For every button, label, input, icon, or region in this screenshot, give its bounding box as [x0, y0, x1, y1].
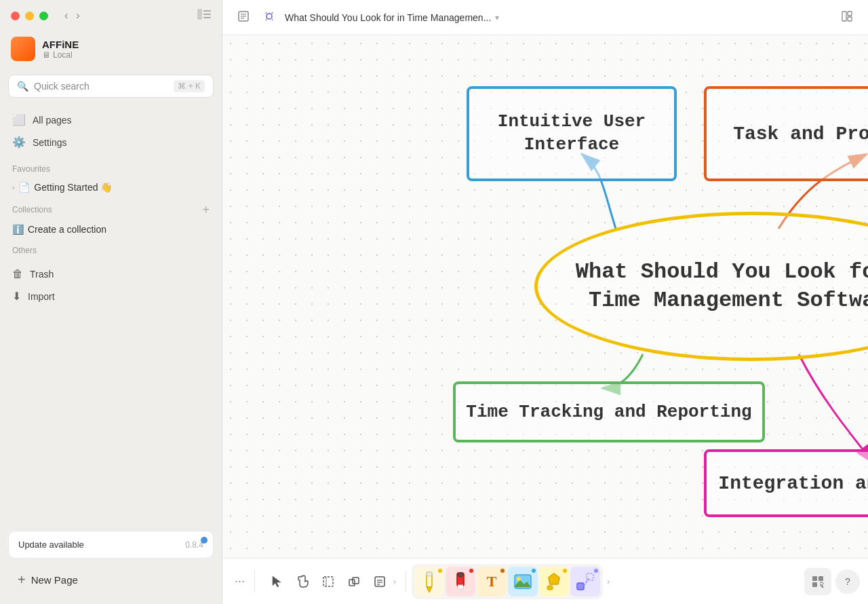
- traffic-light-yellow[interactable]: [25, 12, 34, 20]
- search-shortcut: ⌘ + K: [174, 80, 205, 92]
- svg-rect-25: [427, 572, 432, 576]
- svg-rect-35: [577, 583, 584, 590]
- frame-tool-button[interactable]: [316, 571, 340, 592]
- sidebar-item-import[interactable]: ⬇ Import: [5, 285, 216, 307]
- select-tool-button[interactable]: [264, 571, 289, 592]
- favourites-tree: › 📄 Getting Started 👋: [0, 176, 222, 198]
- search-label: Quick search: [34, 81, 168, 92]
- svg-rect-9: [842, 12, 846, 21]
- sidebar-item-getting-started[interactable]: › 📄 Getting Started 👋: [5, 178, 216, 197]
- bottom-left-node-box: Time Tracking and Reporting: [453, 381, 765, 442]
- update-banner[interactable]: Update available 0.8.4: [8, 531, 214, 559]
- image-tool[interactable]: [508, 567, 538, 597]
- new-page-button[interactable]: + New Page: [8, 564, 214, 596]
- svg-rect-18: [349, 580, 355, 586]
- svg-rect-20: [375, 577, 384, 586]
- text-tool-icon: T: [487, 573, 497, 590]
- chevron-icon: ›: [12, 184, 14, 191]
- plus-icon: +: [18, 572, 26, 588]
- update-text: Update available: [18, 540, 84, 550]
- svg-rect-28: [458, 573, 462, 577]
- svg-rect-34: [547, 586, 553, 590]
- top-right-node[interactable]: Task and Project Management: [704, 86, 868, 181]
- nav-forward-button[interactable]: ›: [73, 8, 82, 23]
- collections-section-header: Collections +: [0, 198, 222, 219]
- top-left-node[interactable]: Intuitive User Interface: [467, 86, 677, 181]
- group-tool-button[interactable]: [342, 571, 366, 592]
- collections-label: Collections: [12, 205, 52, 214]
- note-tool-button[interactable]: [368, 571, 392, 592]
- document-icon: 📄: [18, 182, 30, 193]
- bottom-toolbar: ··· ›: [222, 558, 868, 604]
- document-title: What Should You Look for in Time Managem…: [285, 12, 491, 23]
- settings-icon: ⚙️: [12, 136, 26, 149]
- layout-view-button[interactable]: [837, 7, 857, 28]
- title-chevron-icon: ▾: [495, 13, 499, 22]
- sidebar: ‹ › AFFiNE 🖥 Local: [0, 0, 222, 604]
- svg-rect-29: [458, 585, 463, 589]
- svg-rect-40: [812, 582, 817, 587]
- quick-search-bar[interactable]: 🔍 Quick search ⌘ + K: [8, 75, 214, 98]
- trash-icon: 🗑: [12, 268, 23, 280]
- svg-rect-38: [812, 576, 817, 581]
- workspace-header[interactable]: AFFiNE 🖥 Local: [0, 29, 222, 69]
- sidebar-item-trash[interactable]: 🗑 Trash: [5, 263, 216, 285]
- hand-tool-button[interactable]: [290, 571, 315, 592]
- main-toolbar: What Should You Look for in Time Managem…: [222, 0, 868, 35]
- all-pages-label: All pages: [33, 115, 72, 126]
- svg-line-37: [584, 578, 589, 586]
- top-left-node-box: Intuitive User Interface: [467, 86, 677, 181]
- new-page-label: New Page: [31, 574, 78, 586]
- nav-back-button[interactable]: ‹: [62, 8, 71, 23]
- document-title-area[interactable]: What Should You Look for in Time Managem…: [285, 12, 499, 23]
- toolbar-divider-1: [254, 571, 255, 592]
- import-icon: ⬇: [12, 290, 21, 303]
- update-dot: [201, 537, 208, 544]
- toolbar-divider-2: [406, 571, 406, 592]
- traffic-light-red[interactable]: [11, 12, 20, 20]
- import-label: Import: [28, 291, 55, 302]
- bottom-right-node-box: Integration and Collaboration: [704, 449, 868, 517]
- svg-rect-0: [197, 9, 202, 20]
- more-options-button[interactable]: ···: [231, 574, 249, 588]
- sidebar-item-create-collection[interactable]: ℹ️ Create a collection: [5, 220, 216, 239]
- sidebar-toggle-button[interactable]: [197, 9, 211, 22]
- connector-tool[interactable]: [570, 567, 600, 597]
- pages-icon: ⬜: [12, 113, 26, 126]
- svg-marker-33: [549, 573, 559, 584]
- workspace-name: AFFiNE: [42, 39, 79, 50]
- bottom-left-node-text: Time Tracking and Reporting: [466, 402, 751, 422]
- favourites-section-header: Favourites: [0, 159, 222, 176]
- traffic-light-green[interactable]: [39, 12, 48, 20]
- info-icon: ℹ️: [12, 224, 24, 235]
- monitor-icon: 🖥: [42, 50, 50, 60]
- mode-tools-group: ›: [260, 571, 400, 592]
- create-collection-label: Create a collection: [28, 224, 106, 235]
- pencil-tool[interactable]: [414, 567, 444, 597]
- text-tool[interactable]: T: [477, 567, 507, 597]
- edgeless-mode-button[interactable]: [259, 7, 279, 28]
- top-right-node-box: Task and Project Management: [704, 86, 868, 181]
- workspace-info: AFFiNE 🖥 Local: [42, 39, 79, 60]
- center-node[interactable]: What Should You Look for in Time Managem…: [534, 212, 868, 361]
- sidebar-item-all-pages[interactable]: ⬜ All pages: [5, 109, 216, 131]
- add-collection-button[interactable]: +: [202, 204, 210, 216]
- canvas-area[interactable]: What Should You Look for in Time Managem…: [222, 35, 868, 558]
- bottom-left-node[interactable]: Time Tracking and Reporting: [453, 381, 765, 442]
- marker-tool[interactable]: [446, 567, 475, 597]
- bottom-right-node[interactable]: Integration and Collaboration: [704, 449, 868, 517]
- getting-started-label: Getting Started 👋: [34, 182, 112, 193]
- drawing-tools-group: T: [412, 564, 603, 599]
- sidebar-nav: ⬜ All pages ⚙️ Settings: [0, 103, 222, 159]
- center-node-ellipse: What Should You Look for in Time Managem…: [534, 212, 868, 361]
- nav-arrows: ‹ ›: [62, 8, 83, 23]
- collections-tree: ℹ️ Create a collection: [0, 219, 222, 240]
- search-icon: 🔍: [17, 81, 28, 92]
- doc-mode-button[interactable]: [233, 7, 254, 28]
- shape-tool[interactable]: [539, 567, 569, 597]
- bottom-right-node-text: Integration and Collaboration: [718, 473, 868, 494]
- help-button[interactable]: ?: [835, 569, 860, 594]
- workspace-sub: 🖥 Local: [42, 50, 79, 60]
- grid-view-button[interactable]: [804, 568, 831, 595]
- sidebar-item-settings[interactable]: ⚙️ Settings: [5, 131, 216, 153]
